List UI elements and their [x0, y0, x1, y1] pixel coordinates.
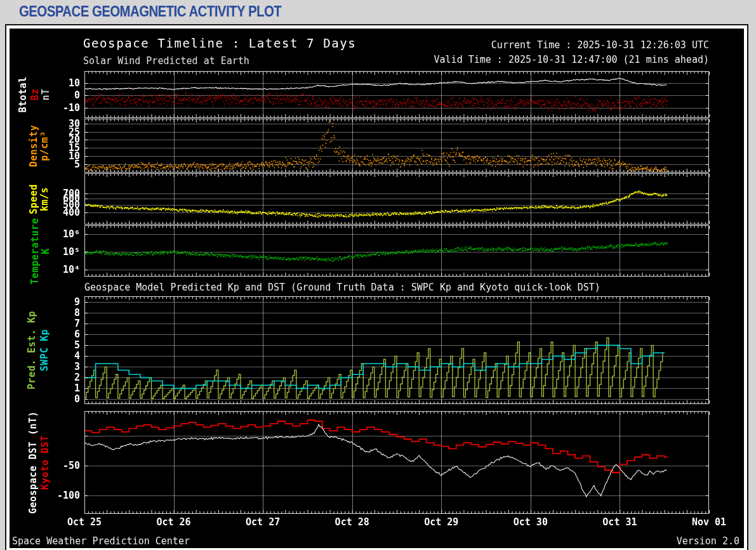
y-tick-label-dst: -100 [57, 490, 80, 501]
y-tick-label-speed: 400 [63, 207, 80, 218]
x-tick-label: Oct 29 [424, 516, 458, 528]
y-tick-label-dst: -50 [63, 460, 80, 471]
x-tick-label: Oct 31 [602, 516, 637, 528]
y-axis-group-label-kp-0: Pred. Est. Kp [26, 311, 37, 390]
y-tick-label-temperature: 10⁵ [63, 246, 80, 258]
y-axis-group-label-speed-1: km/s [39, 187, 50, 211]
page-title: GEOSPACE GEOMAGNETIC ACTIVITY PLOT [19, 3, 281, 20]
x-tick-label: Oct 26 [156, 516, 190, 528]
x-tick-label: Oct 25 [67, 516, 102, 528]
y-tick-label-kp: 6 [74, 329, 80, 340]
y-axis-group-label-density-0: Density [28, 124, 39, 167]
x-tick-label: Nov 01 [692, 516, 726, 528]
y-tick-label-kp: 3 [74, 361, 80, 372]
y-axis-group-label-dst-1: Kyoto DST [39, 435, 51, 490]
y-tick-label-bfield: -10 [63, 102, 80, 114]
y-tick-label-kp: 9 [74, 296, 80, 308]
y-tick-label-kp: 8 [74, 307, 80, 318]
y-axis-group-label-bfield-0: Btotal [17, 76, 29, 112]
y-axis-group-label-temperature-0: Temperature [29, 218, 41, 284]
x-tick-label: Oct 27 [246, 516, 280, 528]
footer-source-label: Space Weather Prediction Center [12, 535, 190, 547]
y-axis-group-label-temperature-1: K [40, 248, 51, 254]
y-axis-group-label-bfield-1: Bz [29, 88, 41, 100]
screen: GEOSPACE GEOMAGNETIC ACTIVITY PLOT Geosp… [0, 0, 756, 550]
y-axis-group-label-dst-0: Geospace DST (nT) [27, 411, 39, 514]
y-axis-group-label-kp-1: SWPC Kp [39, 329, 50, 372]
y-tick-label-kp: 1 [74, 383, 80, 394]
current-time-label: Current Time : 2025-10-31 12:26:03 UTC [491, 39, 709, 51]
y-tick-label-kp: 7 [74, 318, 80, 329]
solar-wind-subtitle: Solar Wind Predicted at Earth [83, 55, 249, 67]
y-tick-label-kp: 0 [74, 393, 80, 405]
y-tick-label-kp: 4 [74, 350, 80, 362]
y-axis-group-label-speed-0: Speed [28, 184, 39, 214]
footer-version-label: Version 2.0 [677, 535, 739, 547]
x-tick-label: Oct 30 [514, 516, 548, 528]
y-tick-label-temperature: 10⁴ [63, 264, 80, 275]
y-tick-label-kp: 5 [74, 339, 80, 351]
plot-frame: Geospace Timeline : Latest 7 Days Curren… [5, 24, 748, 550]
y-tick-label-density: 5 [74, 159, 80, 170]
valid-time-label: Valid Time : 2025-10-31 12:47:00 (21 min… [434, 54, 709, 65]
y-tick-label-temperature: 10⁶ [63, 228, 80, 240]
y-tick-label-bfield: 10 [69, 77, 80, 89]
y-tick-label-kp: 2 [74, 372, 80, 383]
x-tick-label: Oct 28 [335, 516, 369, 528]
y-axis-group-label-bfield-2: nT [40, 88, 51, 100]
kp-dst-subtitle: Geospace Model Predicted Kp and DST (Gro… [84, 282, 600, 293]
chart-title: Geospace Timeline : Latest 7 Days [83, 36, 356, 50]
plot-area: Geospace Timeline : Latest 7 Days Curren… [10, 29, 744, 548]
y-tick-label-bfield: 0 [74, 89, 80, 101]
y-axis-group-label-density-1: p/cm³ [39, 131, 50, 161]
